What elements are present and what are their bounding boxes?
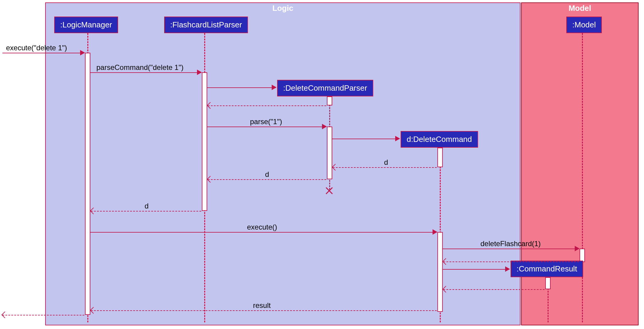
arrow-return-out: [2, 312, 8, 318]
activation-delete-command-parser-1: [327, 96, 332, 105]
label-return-result: result: [253, 301, 271, 310]
participant-command-result: :CommandResult: [511, 261, 583, 277]
frame-model-title: Model: [566, 3, 593, 14]
msg-execute-in: [2, 53, 84, 53]
msg-return-d-3: [91, 211, 201, 212]
label-parse-command: parseCommand("delete 1"): [96, 63, 183, 72]
arrow-create-cr: [505, 266, 510, 272]
frame-logic-title: Logic: [270, 3, 295, 14]
label-return-d-2: d: [265, 170, 269, 179]
label-execute: execute(): [247, 223, 277, 231]
label-parse: parse("1"): [250, 118, 282, 126]
destroy-dcp-icon: [325, 186, 334, 195]
participant-delete-command-parser: :DeleteCommandParser: [277, 80, 373, 96]
activation-delete-command-1: [437, 148, 443, 167]
label-delete-flashcard: deleteFlashcard(1): [480, 240, 541, 248]
participant-delete-command: d:DeleteCommand: [401, 131, 478, 148]
arrow-create-dcp: [272, 85, 277, 90]
arrow-execute-in: [80, 50, 85, 55]
lifeline-model: [582, 33, 583, 322]
msg-return-result: [91, 310, 437, 311]
msg-parse-command: [90, 72, 201, 73]
activation-model: [580, 249, 585, 262]
msg-return-out: [2, 315, 84, 315]
activation-logic-manager: [85, 53, 90, 315]
arrow-execute: [433, 229, 437, 235]
msg-return-cr: [443, 289, 545, 290]
msg-return-model: [443, 262, 579, 262]
msg-execute: [90, 232, 437, 233]
msg-return-d-1: [333, 167, 437, 168]
label-execute-in: execute("delete 1"): [6, 44, 67, 52]
msg-create-dcp: [207, 87, 276, 88]
msg-return-dcp: [208, 105, 326, 106]
arrow-delete-flashcard: [575, 246, 580, 251]
label-return-d-1: d: [384, 158, 388, 167]
activation-command-result: [545, 277, 551, 289]
participant-flashcard-list-parser: :FlashcardListParser: [164, 17, 248, 33]
label-return-d-3: d: [145, 202, 148, 210]
msg-create-cr: [443, 269, 509, 270]
arrow-create-dc: [395, 136, 400, 141]
participant-logic-manager: :LogicManager: [54, 17, 118, 33]
msg-create-dc: [332, 139, 399, 139]
msg-parse: [207, 127, 326, 127]
activation-delete-command-parser-2: [327, 127, 332, 179]
arrow-parse-command: [197, 70, 202, 75]
arrow-parse: [322, 124, 327, 129]
participant-model: :Model: [566, 17, 602, 33]
msg-return-d-2: [208, 179, 326, 180]
activation-delete-command-2: [437, 232, 443, 312]
activation-flashcard-list-parser: [202, 72, 207, 211]
msg-delete-flashcard: [443, 249, 579, 249]
frame-logic: Logic: [45, 2, 521, 325]
